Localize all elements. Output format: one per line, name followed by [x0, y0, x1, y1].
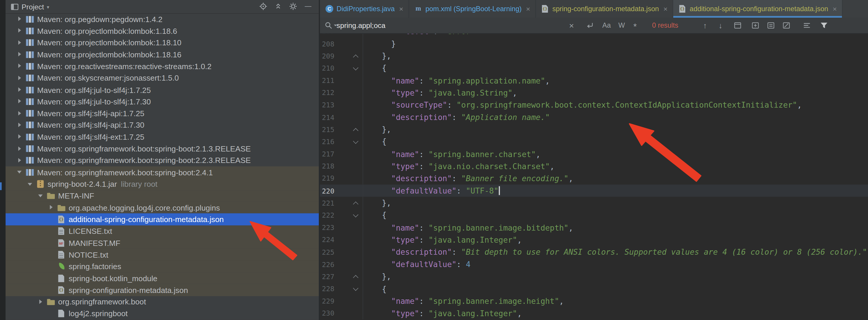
fold-marker[interactable] — [334, 185, 363, 197]
close-tab-icon[interactable]: × — [526, 5, 530, 13]
tree-row[interactable]: spring-boot.kotlin_module — [6, 272, 319, 284]
fold-marker[interactable] — [334, 209, 363, 221]
chevron-down-icon[interactable]: ▾ — [47, 4, 50, 10]
match-case-toggle[interactable]: Aa — [602, 22, 611, 29]
tree-row[interactable]: NOTICE.txt — [6, 249, 319, 260]
code-line[interactable]: 219 "description": "Banner file encoding… — [320, 172, 868, 185]
fold-marker[interactable] — [334, 283, 363, 295]
tree-row[interactable]: additional-spring-configuration-metadata… — [6, 214, 319, 225]
code-line[interactable]: 227 }, — [320, 270, 868, 283]
code-line[interactable]: 215 }, — [320, 123, 868, 136]
tree-expand-arrow[interactable] — [26, 178, 36, 190]
code-line[interactable]: 210 { — [320, 62, 868, 74]
close-tab-icon[interactable]: × — [833, 5, 837, 13]
close-tab-icon[interactable]: × — [663, 5, 668, 13]
code-line[interactable]: 209 }, — [320, 50, 868, 62]
code-line[interactable]: 223 "name": "spring.banner.image.bitdept… — [320, 221, 868, 234]
fold-marker[interactable] — [334, 172, 363, 185]
fold-marker[interactable] — [334, 99, 363, 111]
tree-row[interactable]: Maven: org.reactivestreams:reactive-stre… — [6, 60, 319, 72]
fold-marker[interactable] — [334, 50, 363, 62]
fold-marker[interactable] — [334, 62, 363, 74]
find-option-add-icon[interactable] — [751, 21, 760, 29]
tree-row[interactable]: Maven: org.pegdown:pegdown:1.4.2 — [6, 13, 319, 25]
tree-row[interactable]: Maven: org.springframework.boot:spring-b… — [6, 143, 319, 155]
fold-marker[interactable] — [334, 111, 363, 123]
project-panel-title[interactable]: Project — [22, 2, 44, 10]
previous-occurrence-button[interactable]: ↑ — [703, 21, 707, 30]
tree-expand-arrow[interactable] — [16, 72, 26, 84]
view-options-icon[interactable] — [803, 21, 811, 29]
fold-marker[interactable] — [334, 246, 363, 258]
tree-row[interactable]: org.springframework.boot — [6, 296, 319, 308]
code-line[interactable]: 218 "type": "java.nio.charset.Charset", — [320, 160, 868, 172]
tree-expand-arrow[interactable] — [47, 260, 57, 272]
fold-marker[interactable] — [334, 258, 363, 271]
code-line[interactable]: 222 { — [320, 209, 868, 221]
close-tab-icon[interactable]: × — [399, 5, 403, 13]
tree-row[interactable]: Maven: org.slf4j:jul-to-slf4j:1.7.30 — [6, 96, 319, 107]
fold-marker[interactable] — [334, 86, 363, 99]
tree-expand-arrow[interactable] — [47, 308, 57, 319]
gear-icon[interactable] — [289, 2, 297, 10]
new-line-icon[interactable] — [586, 21, 594, 29]
editor-tab[interactable]: DidiProperties.java × — [320, 0, 409, 17]
open-in-find-window-icon[interactable] — [734, 21, 742, 29]
tree-row[interactable]: Maven: org.slf4j:slf4j-api:1.7.30 — [6, 119, 319, 131]
tree-expand-arrow[interactable] — [16, 119, 26, 131]
code-line[interactable]: 221 }, — [320, 197, 868, 209]
tree-expand-arrow[interactable] — [16, 143, 26, 155]
fold-marker[interactable] — [334, 160, 363, 172]
filter-results-icon[interactable] — [820, 21, 828, 29]
code-line[interactable]: 214 "description": "Application name." — [320, 111, 868, 123]
collapse-all-icon[interactable] — [274, 2, 282, 10]
tree-expand-arrow[interactable] — [16, 167, 26, 178]
next-occurrence-button[interactable]: ↓ — [719, 21, 722, 30]
tree-row[interactable]: log4j2.springboot — [6, 308, 319, 319]
fold-marker[interactable] — [334, 295, 363, 307]
fold-marker[interactable] — [334, 74, 363, 87]
tree-expand-arrow[interactable] — [47, 214, 57, 225]
tree-expand-arrow[interactable] — [16, 155, 26, 167]
tree-expand-arrow[interactable] — [47, 272, 57, 284]
code-line[interactable]: 228 { — [320, 283, 868, 295]
code-line[interactable]: 226 "defaultValue": 4 — [320, 258, 868, 271]
tree-row[interactable]: Maven: org.skyscreamer:jsonassert:1.5.0 — [6, 72, 319, 84]
clear-search-icon[interactable]: × — [569, 21, 574, 29]
tree-expand-arrow[interactable] — [16, 48, 26, 60]
tree-row[interactable]: Maven: org.projectlombok:lombok:1.18.6 — [6, 25, 319, 37]
search-input[interactable]: spring.appl;oca — [337, 21, 385, 29]
regex-toggle[interactable]: * — [633, 22, 637, 32]
code-line[interactable]: 224 "type": "java.lang.Integer", — [320, 234, 868, 246]
tree-row[interactable]: Maven: org.slf4j:slf4j-api:1.7.25 — [6, 107, 319, 119]
code-line[interactable]: 220 "defaultValue": "UTF-8" — [320, 185, 868, 197]
minimize-icon[interactable]: — — [304, 2, 312, 10]
fold-marker[interactable] — [334, 148, 363, 160]
tree-row[interactable]: LICENSE.txt — [6, 225, 319, 237]
tree-row[interactable]: Maven: org.projectlombok:lombok:1.18.10 — [6, 37, 319, 48]
fold-marker[interactable] — [334, 221, 363, 234]
tree-row[interactable]: Maven: org.slf4j:slf4j-ext:1.7.25 — [6, 131, 319, 143]
code-line[interactable]: 229 "name": "spring.banner.image.height"… — [320, 295, 868, 307]
fold-marker[interactable] — [334, 270, 363, 283]
fold-marker[interactable] — [334, 307, 363, 319]
tree-row[interactable]: spring-boot-2.4.1.jar library root — [6, 178, 319, 190]
fold-marker[interactable] — [334, 234, 363, 246]
tree-row[interactable]: spring-configuration-metadata.json — [6, 284, 319, 296]
tree-expand-arrow[interactable] — [47, 225, 57, 237]
tree-row[interactable]: spring.factories — [6, 260, 319, 272]
tree-row[interactable]: META-INF — [6, 190, 319, 202]
tree-expand-arrow[interactable] — [16, 25, 26, 37]
tree-expand-arrow[interactable] — [47, 249, 57, 260]
tree-expand-arrow[interactable] — [47, 237, 57, 249]
fold-marker[interactable] — [334, 38, 363, 50]
code-line[interactable]: 213 "sourceType": "org.springframework.b… — [320, 99, 868, 111]
locate-file-icon[interactable] — [259, 2, 267, 10]
tree-row[interactable]: MANIFEST.MF — [6, 237, 319, 249]
tree-row[interactable]: Maven: org.springframework.boot:spring-b… — [6, 167, 319, 178]
tree-row[interactable]: Maven: org.springframework.boot:spring-b… — [6, 155, 319, 167]
whole-words-toggle[interactable]: W — [618, 22, 625, 29]
tree-expand-arrow[interactable] — [16, 84, 26, 96]
fold-marker[interactable] — [334, 123, 363, 136]
tree-row[interactable]: org.apache.logging.log4j.core.config.plu… — [6, 202, 319, 214]
